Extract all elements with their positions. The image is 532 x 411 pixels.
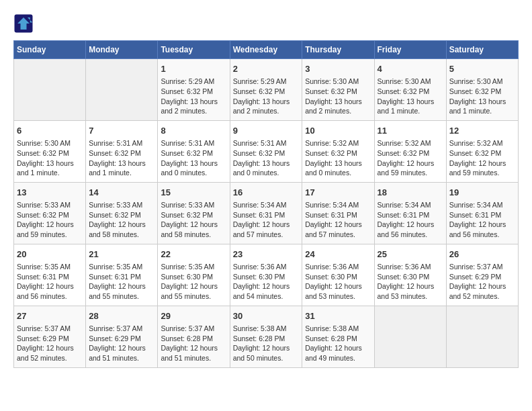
cell-content: Sunrise: 5:36 AMSunset: 6:30 PMDaylight:… (378, 262, 443, 302)
logo-icon (13, 13, 34, 34)
cell-content: Sunrise: 5:34 AMSunset: 6:31 PMDaylight:… (233, 200, 300, 240)
cell-content: Sunrise: 5:29 AMSunset: 6:32 PMDaylight:… (161, 77, 226, 116)
day-number: 23 (233, 248, 300, 261)
calendar-cell: 28Sunrise: 5:37 AMSunset: 6:29 PMDayligh… (86, 306, 158, 367)
cell-content: Sunrise: 5:36 AMSunset: 6:30 PMDaylight:… (233, 262, 300, 302)
day-number: 4 (378, 63, 443, 75)
cell-content: Sunrise: 5:33 AMSunset: 6:32 PMDaylight:… (17, 200, 83, 240)
calendar-header: SundayMondayTuesdayWednesdayThursdayFrid… (14, 41, 519, 59)
calendar-cell: 8Sunrise: 5:31 AMSunset: 6:32 PMDaylight… (158, 120, 230, 182)
day-number: 1 (161, 63, 226, 75)
header-row: SundayMondayTuesdayWednesdayThursdayFrid… (14, 41, 519, 59)
day-number: 30 (233, 310, 300, 322)
calendar-cell (374, 306, 446, 367)
header-cell-saturday: Saturday (446, 41, 518, 59)
cell-content: Sunrise: 5:35 AMSunset: 6:30 PMDaylight:… (161, 262, 226, 302)
calendar-cell: 14Sunrise: 5:33 AMSunset: 6:32 PMDayligh… (86, 182, 158, 244)
calendar-cell: 3Sunrise: 5:30 AMSunset: 6:32 PMDaylight… (302, 59, 374, 121)
day-number: 24 (305, 248, 371, 261)
calendar-cell: 9Sunrise: 5:31 AMSunset: 6:32 PMDaylight… (230, 120, 302, 182)
cell-content: Sunrise: 5:35 AMSunset: 6:31 PMDaylight:… (89, 262, 154, 302)
day-number: 18 (378, 187, 443, 199)
header-cell-friday: Friday (374, 41, 446, 59)
day-number: 15 (161, 187, 226, 199)
cell-content: Sunrise: 5:32 AMSunset: 6:32 PMDaylight:… (378, 138, 443, 178)
week-row-3: 13Sunrise: 5:33 AMSunset: 6:32 PMDayligh… (14, 182, 519, 244)
day-number: 14 (89, 187, 154, 199)
day-number: 7 (89, 125, 154, 137)
header-cell-monday: Monday (86, 41, 158, 59)
calendar-cell: 11Sunrise: 5:32 AMSunset: 6:32 PMDayligh… (374, 120, 446, 182)
calendar-cell: 4Sunrise: 5:30 AMSunset: 6:32 PMDaylight… (374, 59, 446, 121)
calendar-cell: 5Sunrise: 5:30 AMSunset: 6:32 PMDaylight… (446, 59, 518, 121)
cell-content: Sunrise: 5:30 AMSunset: 6:32 PMDaylight:… (378, 77, 443, 116)
week-row-1: 1Sunrise: 5:29 AMSunset: 6:32 PMDaylight… (14, 59, 519, 121)
calendar-cell: 25Sunrise: 5:36 AMSunset: 6:30 PMDayligh… (374, 244, 446, 306)
calendar-cell: 23Sunrise: 5:36 AMSunset: 6:30 PMDayligh… (230, 244, 302, 306)
cell-content: Sunrise: 5:32 AMSunset: 6:32 PMDaylight:… (305, 138, 371, 178)
cell-content: Sunrise: 5:29 AMSunset: 6:32 PMDaylight:… (233, 77, 300, 116)
calendar-cell (86, 59, 158, 121)
header-cell-tuesday: Tuesday (158, 41, 230, 59)
calendar-cell: 26Sunrise: 5:37 AMSunset: 6:29 PMDayligh… (446, 244, 518, 306)
week-row-4: 20Sunrise: 5:35 AMSunset: 6:31 PMDayligh… (14, 244, 519, 306)
cell-content: Sunrise: 5:32 AMSunset: 6:32 PMDaylight:… (449, 138, 515, 178)
day-number: 10 (305, 125, 371, 137)
calendar-cell: 24Sunrise: 5:36 AMSunset: 6:30 PMDayligh… (302, 244, 374, 306)
calendar-cell: 15Sunrise: 5:33 AMSunset: 6:32 PMDayligh… (158, 182, 230, 244)
week-row-5: 27Sunrise: 5:37 AMSunset: 6:29 PMDayligh… (14, 306, 519, 367)
cell-content: Sunrise: 5:34 AMSunset: 6:31 PMDaylight:… (378, 200, 443, 240)
cell-content: Sunrise: 5:34 AMSunset: 6:31 PMDaylight:… (449, 200, 515, 240)
calendar-cell: 13Sunrise: 5:33 AMSunset: 6:32 PMDayligh… (14, 182, 86, 244)
cell-content: Sunrise: 5:30 AMSunset: 6:32 PMDaylight:… (449, 77, 515, 116)
cell-content: Sunrise: 5:35 AMSunset: 6:31 PMDaylight:… (17, 262, 83, 302)
calendar-cell: 27Sunrise: 5:37 AMSunset: 6:29 PMDayligh… (14, 306, 86, 367)
cell-content: Sunrise: 5:33 AMSunset: 6:32 PMDaylight:… (89, 200, 154, 240)
calendar-cell: 20Sunrise: 5:35 AMSunset: 6:31 PMDayligh… (14, 244, 86, 306)
calendar-cell (14, 59, 86, 121)
cell-content: Sunrise: 5:36 AMSunset: 6:30 PMDaylight:… (305, 262, 371, 302)
cell-content: Sunrise: 5:31 AMSunset: 6:32 PMDaylight:… (89, 138, 154, 178)
day-number: 22 (161, 248, 226, 261)
day-number: 25 (378, 248, 443, 261)
calendar-cell: 10Sunrise: 5:32 AMSunset: 6:32 PMDayligh… (302, 120, 374, 182)
cell-content: Sunrise: 5:37 AMSunset: 6:29 PMDaylight:… (89, 324, 154, 363)
day-number: 27 (17, 310, 83, 322)
header-cell-sunday: Sunday (14, 41, 86, 59)
calendar-table: SundayMondayTuesdayWednesdayThursdayFrid… (13, 40, 519, 368)
week-row-2: 6Sunrise: 5:30 AMSunset: 6:32 PMDaylight… (14, 120, 519, 182)
day-number: 13 (17, 187, 83, 199)
calendar-cell: 29Sunrise: 5:37 AMSunset: 6:28 PMDayligh… (158, 306, 230, 367)
cell-content: Sunrise: 5:31 AMSunset: 6:32 PMDaylight:… (161, 138, 226, 178)
calendar-cell: 22Sunrise: 5:35 AMSunset: 6:30 PMDayligh… (158, 244, 230, 306)
calendar-body: 1Sunrise: 5:29 AMSunset: 6:32 PMDaylight… (14, 59, 519, 368)
cell-content: Sunrise: 5:33 AMSunset: 6:32 PMDaylight:… (161, 200, 226, 240)
day-number: 31 (305, 310, 371, 322)
day-number: 29 (161, 310, 226, 322)
cell-content: Sunrise: 5:30 AMSunset: 6:32 PMDaylight:… (17, 138, 83, 178)
calendar-cell: 17Sunrise: 5:34 AMSunset: 6:31 PMDayligh… (302, 182, 374, 244)
day-number: 16 (233, 187, 300, 199)
calendar-cell: 19Sunrise: 5:34 AMSunset: 6:31 PMDayligh… (446, 182, 518, 244)
calendar-cell (446, 306, 518, 367)
day-number: 19 (449, 187, 515, 199)
calendar-cell: 12Sunrise: 5:32 AMSunset: 6:32 PMDayligh… (446, 120, 518, 182)
calendar-cell: 21Sunrise: 5:35 AMSunset: 6:31 PMDayligh… (86, 244, 158, 306)
day-number: 6 (17, 125, 83, 137)
day-number: 20 (17, 248, 83, 261)
calendar-cell: 6Sunrise: 5:30 AMSunset: 6:32 PMDaylight… (14, 120, 86, 182)
calendar-cell: 7Sunrise: 5:31 AMSunset: 6:32 PMDaylight… (86, 120, 158, 182)
day-number: 17 (305, 187, 371, 199)
cell-content: Sunrise: 5:38 AMSunset: 6:28 PMDaylight:… (305, 324, 371, 363)
day-number: 26 (449, 248, 515, 261)
cell-content: Sunrise: 5:34 AMSunset: 6:31 PMDaylight:… (305, 200, 371, 240)
cell-content: Sunrise: 5:37 AMSunset: 6:29 PMDaylight:… (17, 324, 83, 363)
calendar-cell: 31Sunrise: 5:38 AMSunset: 6:28 PMDayligh… (302, 306, 374, 367)
cell-content: Sunrise: 5:37 AMSunset: 6:28 PMDaylight:… (161, 324, 226, 363)
calendar-cell: 16Sunrise: 5:34 AMSunset: 6:31 PMDayligh… (230, 182, 302, 244)
calendar-cell: 2Sunrise: 5:29 AMSunset: 6:32 PMDaylight… (230, 59, 302, 121)
day-number: 28 (89, 310, 154, 322)
cell-content: Sunrise: 5:30 AMSunset: 6:32 PMDaylight:… (305, 77, 371, 116)
day-number: 8 (161, 125, 226, 137)
day-number: 2 (233, 63, 300, 75)
